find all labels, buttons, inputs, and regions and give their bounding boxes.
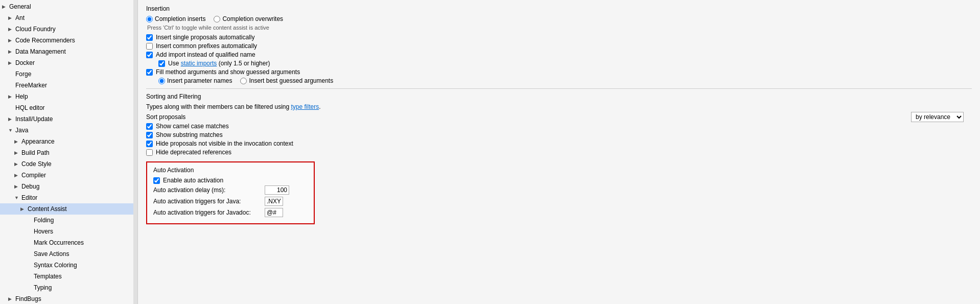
tree-item-appearance[interactable]: ▶Appearance [0,136,137,147]
tree-item-content-assist[interactable]: ▶Content Assist [0,203,137,215]
sort-proposals-row: Sort proposals by relevance alphabetical… [146,113,972,121]
tree-arrow-build-path: ▶ [14,148,20,157]
tree-label-docker: Docker [15,58,135,67]
tree-label-code-recommenders: Code Recommenders [15,36,135,45]
tree-arrow-code-style: ▶ [14,159,20,169]
completion-overwrites-radio[interactable]: Completion overwrites [214,15,283,22]
cb-camel-case-input[interactable] [146,123,153,130]
cb-static-imports-input[interactable] [158,60,165,67]
tree-item-typing[interactable]: Typing [0,282,137,293]
cb-fill-method: Fill method arguments and show guessed a… [146,68,972,76]
tree-item-ant[interactable]: ▶Ant [0,12,137,24]
insert-param-names-radio[interactable]: Insert parameter names [158,77,232,84]
tree-item-general[interactable]: ▶General [0,1,137,12]
tree-arrow-docker: ▶ [8,58,14,67]
cb-substring: Show substring matches [146,131,972,138]
tree-item-debug[interactable]: ▶Debug [0,181,137,192]
tree-item-hovers[interactable]: Hovers [0,226,137,237]
tree-item-java[interactable]: ▼Java [0,125,137,136]
type-filters-link[interactable]: type filters [291,103,319,110]
tree-item-install-update[interactable]: ▶Install/Update [0,113,137,125]
java-triggers-row: Auto activation triggers for Java: [153,197,308,206]
tree-label-debug: Debug [21,182,135,191]
cb-static-imports: Use static imports (only 1.5 or higher) [146,60,972,67]
tree-item-findbugs[interactable]: ▶FindBugs [0,293,137,304]
tree-item-syntax-coloring[interactable]: Syntax Coloring [0,260,137,271]
tree-arrow-install-update: ▶ [8,114,14,124]
tree-arrow-general: ▶ [2,2,8,11]
tree-label-compiler: Compiler [21,171,135,180]
tree-arrow-code-recommenders: ▶ [8,36,14,45]
cb-insert-common-input[interactable] [146,43,153,50]
tree-label-cloud-foundry: Cloud Foundry [15,25,135,34]
cb-enable-auto-activation-input[interactable] [153,177,160,184]
tree-item-hql-editor[interactable]: HQL editor [0,102,137,113]
tree-arrow-data-management: ▶ [8,47,14,56]
tree-label-help: Help [15,92,135,101]
cb-hide-deprecated: Hide deprecated references [146,149,972,156]
tree-item-compiler[interactable]: ▶Compiler [0,170,137,181]
cb-insert-single-input[interactable] [146,34,153,41]
tree-item-code-style[interactable]: ▶Code Style [0,158,137,170]
tree-label-editor: Editor [21,193,135,202]
delay-input[interactable] [265,185,289,195]
tree-arrow-content-assist: ▶ [20,204,27,214]
cb-insert-common: Insert common prefixes automatically [146,42,972,50]
tree-item-code-recommenders[interactable]: ▶Code Recommenders [0,35,137,46]
tree-label-code-style: Code Style [21,159,135,169]
tree-label-appearance: Appearance [21,137,135,146]
tree-arrow-debug: ▶ [14,182,20,191]
auto-activation-box: Auto Activation Enable auto activation A… [146,161,315,224]
insert-best-guessed-radio[interactable]: Insert best guessed arguments [240,77,333,84]
tree-label-findbugs: FindBugs [15,294,135,303]
completion-inserts-radio[interactable]: Completion inserts [146,15,205,22]
tree-item-save-actions[interactable]: Save Actions [0,248,137,260]
tree-arrow-help: ▶ [8,92,14,101]
java-triggers-input[interactable] [265,197,283,206]
tree-label-content-assist: Content Assist [28,204,135,214]
tree-item-build-path[interactable]: ▶Build Path [0,147,137,158]
delay-row: Auto activation delay (ms): [153,185,308,195]
sort-dropdown[interactable]: by relevance alphabetically [911,112,964,122]
tree-label-build-path: Build Path [21,148,135,157]
tree-item-cloud-foundry[interactable]: ▶Cloud Foundry [0,24,137,35]
tree-item-docker[interactable]: ▶Docker [0,57,137,68]
scrollbar[interactable] [133,0,137,304]
cb-enable-auto-activation: Enable auto activation [153,177,308,184]
content-panel: Insertion Completion inserts Completion … [138,0,980,304]
tree-item-forge[interactable]: Forge [0,68,137,80]
javadoc-triggers-row: Auto activation triggers for Javadoc: [153,208,308,217]
tree-item-folding[interactable]: Folding [0,215,137,226]
tree-item-templates[interactable]: Templates [0,271,137,282]
static-imports-link[interactable]: static imports [181,60,217,67]
tree-label-data-management: Data Management [15,47,135,56]
tree-label-syntax-coloring: Syntax Coloring [34,261,135,270]
cb-hide-deprecated-input[interactable] [146,149,153,156]
cb-insert-single: Insert single proposals automatically [146,34,972,41]
sort-dropdown-container: by relevance alphabetically [911,112,964,122]
tree-label-forge: Forge [15,69,135,79]
tree-label-mark-occurrences: Mark Occurrences [34,238,135,247]
sort-proposals-label: Sort proposals [146,113,185,121]
sorting-filtering-title: Sorting and Filtering [146,93,972,100]
tree-label-templates: Templates [34,272,135,281]
insertion-title: Insertion [146,5,972,12]
tree-label-ant: Ant [15,13,135,22]
cb-fill-method-input[interactable] [146,69,153,76]
tree-arrow-java: ▼ [8,126,14,135]
tree-item-data-management[interactable]: ▶Data Management [0,46,137,57]
cb-add-import-input[interactable] [146,52,153,58]
cb-substring-input[interactable] [146,132,153,138]
cb-hide-proposals-input[interactable] [146,141,153,147]
javadoc-triggers-input[interactable] [265,208,283,217]
tree-item-mark-occurrences[interactable]: Mark Occurrences [0,237,137,248]
cb-camel-case: Show camel case matches [146,123,972,130]
tree-item-help[interactable]: ▶Help [0,91,137,102]
tree-label-freemarker: FreeMarker [15,81,135,90]
tree-item-editor[interactable]: ▼Editor [0,192,137,203]
tree-item-freemarker[interactable]: FreeMarker [0,80,137,91]
auto-activation-title: Auto Activation [153,167,308,174]
cb-hide-proposals: Hide proposals not visible in the invoca… [146,140,972,147]
tree-label-general: General [9,2,135,11]
cb-add-import: Add import instead of qualified name [146,51,972,58]
